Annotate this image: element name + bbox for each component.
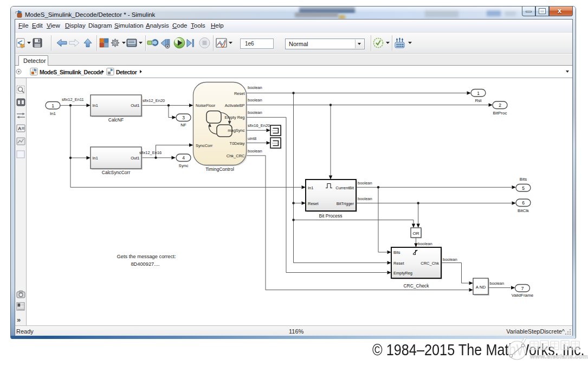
svg-text:»: » <box>17 316 21 324</box>
svg-text:A: A <box>18 126 22 131</box>
svg-text:www.elecfans.com: www.elecfans.com <box>529 353 588 360</box>
